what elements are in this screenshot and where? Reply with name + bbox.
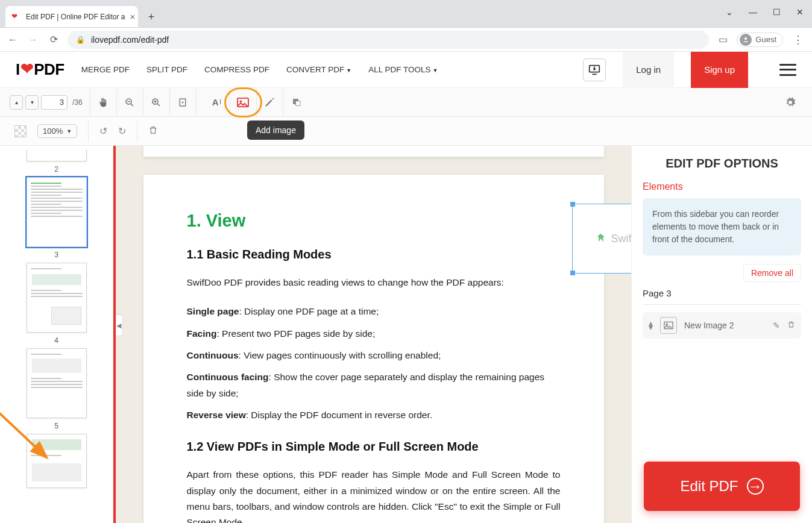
options-panel: EDIT PDF OPTIONS Elements From this side… — [631, 146, 812, 523]
thumbnail-page-2[interactable] — [27, 149, 87, 161]
nav-compress[interactable]: COMPRESS PDF — [204, 65, 269, 74]
element-name: New Image 2 — [684, 321, 734, 330]
lock-icon: 🔒 — [76, 36, 85, 44]
pdf-page: SwifDoo PDF 1. View 1.1 Basic Reading Mo… — [143, 175, 604, 523]
heart-icon: ❤ — [20, 60, 34, 78]
doc-text: Continuous facing: Show the cover page s… — [187, 369, 561, 401]
window-close-icon[interactable]: ✕ — [796, 7, 804, 17]
svg-point-8 — [666, 324, 668, 325]
window-minimize-icon[interactable]: ― — [749, 7, 757, 17]
chevron-down-icon: ▼ — [66, 128, 72, 134]
edit-pdf-cta-button[interactable]: Edit PDF → — [644, 462, 800, 511]
svg-point-6 — [240, 100, 242, 102]
thumbnail-label: 3 — [54, 251, 58, 259]
rotate-left-icon[interactable]: ↺ — [99, 125, 107, 137]
chevron-down-icon: ▼ — [346, 67, 351, 74]
document-viewport[interactable]: ◀ SwifDoo PDF 1. View 1.1 Basic Reading … — [113, 146, 631, 523]
thumbnail-page-6[interactable] — [27, 434, 87, 488]
guest-label: Guest — [755, 35, 776, 44]
remove-all-button[interactable]: Remove all — [743, 264, 801, 282]
panel-title: EDIT PDF OPTIONS — [632, 146, 812, 181]
url-text: ilovepdf.com/edit-pdf — [91, 35, 169, 45]
guest-profile-chip[interactable]: Guest — [737, 33, 783, 47]
pan-tool-icon[interactable] — [90, 89, 117, 116]
doc-text: Continuous: View pages continuously with… — [187, 348, 561, 363]
info-box: From this sidebar you can reorder elemen… — [643, 198, 801, 255]
doc-h2: 1.1 Basic Reading Modes — [187, 248, 561, 262]
delete-element-icon[interactable] — [148, 125, 158, 138]
doc-text: SwifDoo PDF provides basic reading views… — [187, 275, 561, 290]
fit-page-icon[interactable] — [170, 89, 197, 116]
signup-button[interactable]: Sign up — [691, 52, 748, 88]
collapse-sidebar-icon[interactable]: ◀ — [115, 315, 123, 336]
browser-tab[interactable]: ❤ Edit PDF | Online PDF Editor a × — [5, 6, 138, 27]
placed-image-element[interactable]: SwifDoo PDF — [572, 204, 632, 274]
delete-element-icon[interactable] — [787, 320, 795, 331]
element-list-item[interactable]: ▴▾ New Image 2 ✎ — [643, 312, 801, 339]
site-logo[interactable]: I ❤ PDF — [16, 60, 65, 79]
elements-heading: Elements — [643, 181, 801, 192]
nav-split[interactable]: SPLIT PDF — [146, 65, 187, 74]
nav-all-tools[interactable]: ALL PDF TOOLS▼ — [368, 65, 438, 74]
page-number-input[interactable] — [41, 95, 68, 110]
svg-point-0 — [744, 37, 747, 40]
thumbnail-panel[interactable]: 2 3 4 5 — [0, 146, 113, 523]
back-button[interactable]: ← — [6, 33, 19, 46]
add-text-icon[interactable]: AⅠ — [204, 89, 230, 116]
thumbnail-label: 5 — [54, 422, 58, 430]
avatar-icon — [740, 34, 752, 46]
draw-tool-icon[interactable] — [257, 89, 283, 116]
arrow-right-icon: → — [747, 478, 764, 495]
nav-convert[interactable]: CONVERT PDF▼ — [286, 65, 351, 74]
rotate-right-icon[interactable]: ↻ — [118, 125, 126, 137]
page-down-button[interactable]: ▾ — [25, 95, 39, 110]
add-image-tooltip: Add image — [247, 121, 304, 140]
tab-close-icon[interactable]: × — [130, 11, 136, 22]
hamburger-menu-icon[interactable] — [779, 64, 796, 76]
doc-h2: 1.2 View PDFs in Simple Mode or Full Scr… — [187, 440, 561, 454]
reload-button[interactable]: ⟳ — [47, 33, 60, 46]
settings-icon[interactable] — [778, 97, 802, 108]
desktop-download-icon[interactable] — [583, 58, 606, 81]
page-up-button[interactable]: ▴ — [10, 95, 23, 110]
favicon-icon: ❤ — [11, 12, 21, 22]
new-tab-button[interactable]: + — [143, 8, 160, 25]
watermark-text: SwifDoo PDF — [611, 233, 631, 245]
zoom-out-icon[interactable] — [117, 89, 143, 116]
page-total-label: /36 — [72, 98, 83, 107]
thumbnail-page-5[interactable] — [27, 348, 87, 418]
login-button[interactable]: Log in — [623, 52, 674, 88]
window-maximize-icon[interactable]: ☐ — [773, 7, 781, 17]
previous-page-edge — [143, 146, 604, 157]
doc-text: Apart from these options, this PDF reade… — [187, 467, 561, 523]
panel-page-label: Page 3 — [643, 288, 801, 305]
panel-toggle-icon[interactable]: ▭ — [716, 33, 729, 46]
address-bar[interactable]: 🔒 ilovepdf.com/edit-pdf — [68, 31, 709, 49]
thumbnail-label: 4 — [54, 336, 58, 345]
thumbnail-page-3[interactable] — [27, 177, 87, 247]
opacity-checker-icon[interactable] — [14, 125, 27, 137]
shape-tool-icon[interactable] — [283, 89, 310, 116]
add-image-icon[interactable] — [230, 89, 257, 116]
thumbnail-label: 2 — [54, 165, 58, 174]
drag-handle-icon[interactable]: ▴▾ — [649, 321, 653, 330]
thumbnail-page-4[interactable] — [27, 263, 87, 333]
doc-text: Reverse view: Display the PDF document i… — [187, 407, 561, 423]
doc-text: Single page: Display one PDF page at a t… — [187, 304, 561, 319]
doc-text: Facing: Present two PDF pages side by si… — [187, 326, 561, 342]
window-dropdown-icon[interactable]: ⌄ — [726, 7, 733, 17]
chevron-down-icon: ▼ — [433, 67, 438, 74]
tab-title: Edit PDF | Online PDF Editor a — [26, 13, 125, 21]
forward-button[interactable]: → — [27, 33, 40, 46]
image-type-icon — [660, 317, 677, 334]
edit-element-icon[interactable]: ✎ — [773, 321, 780, 330]
browser-menu-icon[interactable]: ⋮ — [790, 33, 806, 46]
doc-h1: 1. View — [187, 211, 561, 231]
zoom-in-icon[interactable] — [143, 89, 170, 116]
image-zoom-select[interactable]: 100% ▼ — [37, 124, 77, 138]
nav-merge[interactable]: MERGE PDF — [81, 65, 130, 74]
